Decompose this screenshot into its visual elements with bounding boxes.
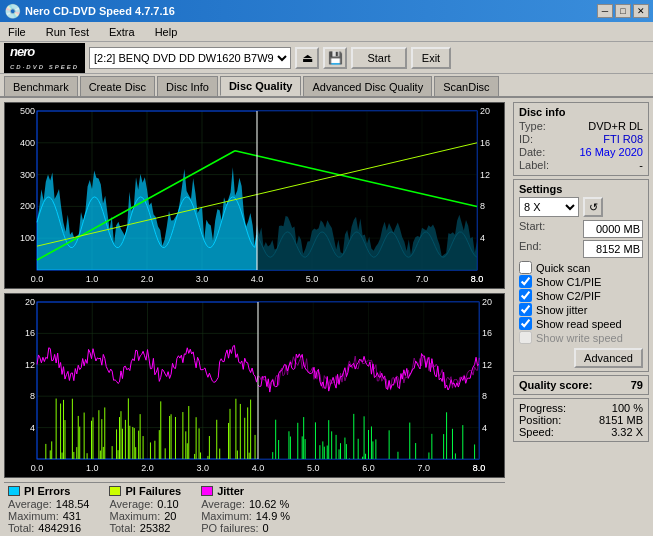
progress-value: 100 % xyxy=(612,402,643,414)
show-read-speed-checkbox[interactable] xyxy=(519,317,532,330)
position-label: Position: xyxy=(519,414,561,426)
title-bar: 💿 Nero CD-DVD Speed 4.7.7.16 ─ □ ✕ xyxy=(0,0,653,22)
quick-scan-row: Quick scan xyxy=(519,261,643,274)
show-write-speed-row: Show write speed xyxy=(519,331,643,344)
settings-reload-icon[interactable]: ↺ xyxy=(583,197,603,217)
end-mb-label: End: xyxy=(519,240,542,258)
show-read-speed-label: Show read speed xyxy=(536,318,622,330)
speed-label: Speed: xyxy=(519,426,554,438)
position-value: 8151 MB xyxy=(599,414,643,426)
show-write-speed-checkbox[interactable] xyxy=(519,331,532,344)
start-mb-input[interactable] xyxy=(583,220,643,238)
start-mb-label: Start: xyxy=(519,220,545,238)
pi-failures-group: PI Failures Average: 0.10 Maximum: 20 To… xyxy=(109,485,181,534)
pi-errors-group: PI Errors Average: 148.54 Maximum: 431 T… xyxy=(8,485,89,534)
progress-row: Progress: 100 % xyxy=(519,402,643,414)
toolbar: nero CD·DVD SPEED [2:2] BENQ DVD DD DW16… xyxy=(0,42,653,74)
show-c2-pif-checkbox[interactable] xyxy=(519,289,532,302)
disc-info-title: Disc info xyxy=(519,106,643,118)
eject-icon-button[interactable]: ⏏ xyxy=(295,47,319,69)
minimize-button[interactable]: ─ xyxy=(597,4,613,18)
maximize-button[interactable]: □ xyxy=(615,4,631,18)
pi-failures-average-row: Average: 0.10 xyxy=(109,498,181,510)
tab-create-disc[interactable]: Create Disc xyxy=(80,76,155,96)
settings-title: Settings xyxy=(519,183,643,195)
show-c2-pif-label: Show C2/PIF xyxy=(536,290,601,302)
advanced-button[interactable]: Advanced xyxy=(574,348,643,368)
quick-scan-checkbox[interactable] xyxy=(519,261,532,274)
menu-help[interactable]: Help xyxy=(151,24,182,40)
quality-section: Quality score: 79 xyxy=(513,375,649,395)
close-button[interactable]: ✕ xyxy=(633,4,649,18)
pi-errors-title: PI Errors xyxy=(8,485,89,497)
tab-benchmark[interactable]: Benchmark xyxy=(4,76,78,96)
show-c1-pie-label: Show C1/PIE xyxy=(536,276,601,288)
top-chart xyxy=(4,102,505,289)
quality-value: 79 xyxy=(631,379,643,391)
jitter-legend xyxy=(201,486,213,496)
show-c2-pif-row: Show C2/PIF xyxy=(519,289,643,302)
tab-disc-quality[interactable]: Disc Quality xyxy=(220,76,302,96)
jitter-maximum-row: Maximum: 14.9 % xyxy=(201,510,290,522)
disc-label-row: Label: - xyxy=(519,159,643,171)
speed-value: 3.32 X xyxy=(611,426,643,438)
tab-advanced-disc-quality[interactable]: Advanced Disc Quality xyxy=(303,76,432,96)
disc-label-value: - xyxy=(639,159,643,171)
pi-errors-average-row: Average: 148.54 xyxy=(8,498,89,510)
stats-area: PI Errors Average: 148.54 Maximum: 431 T… xyxy=(4,482,505,536)
settings-section: Settings 8 X 4 X 2 X Max ↺ Start: End: xyxy=(513,179,649,372)
jitter-title: Jitter xyxy=(201,485,290,497)
nero-logo: nero CD·DVD SPEED xyxy=(4,43,85,73)
menu-run-test[interactable]: Run Test xyxy=(42,24,93,40)
end-mb-row: End: xyxy=(519,240,643,258)
progress-label: Progress: xyxy=(519,402,566,414)
disc-date-row: Date: 16 May 2020 xyxy=(519,146,643,158)
disc-info-section: Disc info Type: DVD+R DL ID: FTI R08 Dat… xyxy=(513,102,649,176)
tab-bar: Benchmark Create Disc Disc Info Disc Qua… xyxy=(0,74,653,98)
quality-row: Quality score: 79 xyxy=(519,379,643,391)
menu-bar: File Run Test Extra Help xyxy=(0,22,653,42)
jitter-group: Jitter Average: 10.62 % Maximum: 14.9 % … xyxy=(201,485,290,534)
tab-disc-info[interactable]: Disc Info xyxy=(157,76,218,96)
menu-extra[interactable]: Extra xyxy=(105,24,139,40)
menu-file[interactable]: File xyxy=(4,24,30,40)
app-icon: 💿 xyxy=(4,3,21,19)
main-area: PI Errors Average: 148.54 Maximum: 431 T… xyxy=(0,98,653,536)
quick-scan-label: Quick scan xyxy=(536,262,590,274)
tab-scandisc[interactable]: ScanDisc xyxy=(434,76,498,96)
disc-id-value: FTI R08 xyxy=(603,133,643,145)
speed-select[interactable]: 8 X 4 X 2 X Max xyxy=(519,197,579,217)
show-read-speed-row: Show read speed xyxy=(519,317,643,330)
end-mb-input[interactable] xyxy=(583,240,643,258)
pi-errors-total-row: Total: 4842916 xyxy=(8,522,89,534)
title-bar-left: 💿 Nero CD-DVD Speed 4.7.7.16 xyxy=(4,3,175,19)
disc-type-label: Type: xyxy=(519,120,546,132)
chart-area: PI Errors Average: 148.54 Maximum: 431 T… xyxy=(0,98,509,536)
start-mb-row: Start: xyxy=(519,220,643,238)
right-panel: Disc info Type: DVD+R DL ID: FTI R08 Dat… xyxy=(509,98,653,536)
progress-section: Progress: 100 % Position: 8151 MB Speed:… xyxy=(513,398,649,442)
app-title: Nero CD-DVD Speed 4.7.7.16 xyxy=(25,5,175,17)
bottom-chart xyxy=(4,293,505,478)
show-c1-pie-row: Show C1/PIE xyxy=(519,275,643,288)
start-button[interactable]: Start xyxy=(351,47,407,69)
title-bar-controls: ─ □ ✕ xyxy=(597,4,649,18)
show-c1-pie-checkbox[interactable] xyxy=(519,275,532,288)
disc-id-row: ID: FTI R08 xyxy=(519,133,643,145)
show-jitter-label: Show jitter xyxy=(536,304,587,316)
disc-id-label: ID: xyxy=(519,133,533,145)
jitter-average-row: Average: 10.62 % xyxy=(201,498,290,510)
pi-failures-title: PI Failures xyxy=(109,485,181,497)
disc-type-row: Type: DVD+R DL xyxy=(519,120,643,132)
disc-type-value: DVD+R DL xyxy=(588,120,643,132)
speed-settings-row: 8 X 4 X 2 X Max ↺ xyxy=(519,197,643,217)
drive-select[interactable]: [2:2] BENQ DVD DD DW1620 B7W9 xyxy=(89,47,291,69)
show-jitter-checkbox[interactable] xyxy=(519,303,532,316)
bottom-chart-canvas xyxy=(5,294,504,477)
pi-failures-legend xyxy=(109,486,121,496)
exit-button[interactable]: Exit xyxy=(411,47,451,69)
save-icon-button[interactable]: 💾 xyxy=(323,47,347,69)
disc-date-value: 16 May 2020 xyxy=(579,146,643,158)
jitter-po-failures-row: PO failures: 0 xyxy=(201,522,290,534)
pi-errors-legend xyxy=(8,486,20,496)
